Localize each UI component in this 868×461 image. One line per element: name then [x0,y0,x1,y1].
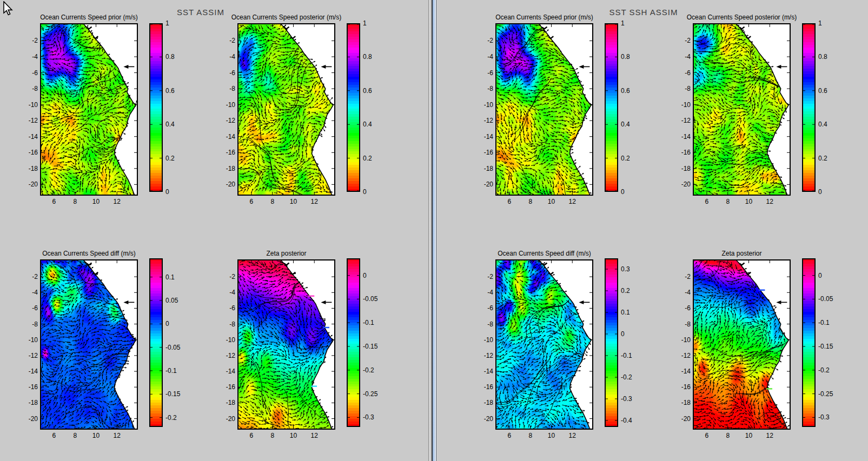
y-tick-label: -8 [217,320,235,328]
colorbar-tick-label: 0.3 [621,265,630,273]
colorbar-tick-label: 0.05 [165,297,178,304]
x-tick-label: 8 [270,198,274,205]
x-tick-label: 12 [569,198,576,205]
subplot-title: Ocean Currents Speed posterior (m/s) [231,14,341,21]
colorbar-tick-label: -0.1 [165,367,177,375]
y-tick-label: -16 [672,149,691,156]
y-tick-label: -10 [217,336,235,344]
y-tick-label: -12 [19,117,38,124]
colorbar-tick-label: -0.15 [363,343,377,350]
x-tick-label: 10 [745,198,752,205]
y-tick-label: -12 [19,352,38,359]
y-tick-label: -2 [19,37,38,44]
x-tick-label: 8 [726,198,730,205]
y-tick-label: -4 [217,53,235,61]
x-tick-label: 12 [311,198,318,205]
colorbar-canvas-zeta [802,258,816,427]
y-tick-label: -2 [217,273,235,280]
y-tick-label: -2 [475,37,493,44]
mouse-cursor-icon [3,1,16,17]
x-tick-label: 6 [508,432,512,439]
y-tick-label: -10 [672,101,691,109]
subplot-title: Ocean Currents Speed prior (m/s) [40,14,138,21]
y-tick-label: -14 [475,133,493,141]
y-tick-label: -12 [475,352,493,359]
colorbar-canvas-prior [605,23,618,192]
x-tick-label: 12 [569,432,576,439]
window-divider[interactable] [428,0,438,461]
y-tick-label: -12 [475,117,493,124]
colorbar-tick-label: 0 [363,272,367,279]
x-tick-label: 10 [548,432,555,439]
x-tick-label: 8 [726,432,730,439]
y-tick-label: -14 [475,368,493,375]
y-tick-label: -18 [217,165,235,172]
x-tick-label: 12 [766,198,773,205]
colorbar-tick-label: 0.8 [621,53,630,61]
colorbar-canvas-prior [149,23,163,192]
x-tick-label: 6 [508,198,512,205]
subplot-title: Ocean Currents Speed prior (m/s) [495,14,593,21]
y-tick-label: -18 [475,399,493,406]
colorbar-tick-label: -0.2 [818,366,830,374]
x-tick-label: 6 [705,198,709,205]
y-tick-label: -6 [672,69,691,77]
y-tick-label: -6 [475,69,493,77]
y-tick-label: -8 [672,320,691,328]
colorbar-tick-label: 0.4 [363,121,372,128]
y-tick-label: -20 [217,415,235,423]
colorbar-tick-label: 0.6 [165,87,175,95]
colorbar-tick-label: 0 [818,188,822,196]
y-tick-label: -10 [475,101,493,109]
y-tick-label: -8 [217,85,235,92]
y-tick-label: -2 [475,273,493,280]
y-tick-label: -12 [217,352,235,359]
colorbar-canvas-posterior [347,23,360,192]
y-tick-label: -6 [19,69,38,77]
figure-title: SST ASSIM [177,8,224,17]
colorbar-tick-label: -0.2 [165,414,177,422]
colorbar-tick-label: 0 [165,188,169,196]
map-canvas-diff [40,259,138,430]
colorbar-tick-label: 0.4 [165,121,175,128]
colorbar-tick-label: 0.4 [818,121,827,128]
colorbar-tick-label: 0.2 [165,155,175,162]
colorbar-tick-label: 0 [165,320,169,328]
y-tick-label: -18 [217,399,235,406]
y-tick-label: -8 [672,85,691,92]
y-tick-label: -10 [217,101,235,109]
colorbar-tick-label: -0.1 [363,319,374,326]
y-tick-label: -10 [475,336,493,344]
y-tick-label: -2 [19,273,38,280]
colorbar-tick-label: 0.1 [165,273,175,281]
x-tick-label: 6 [250,432,254,439]
subplot-title: Zeta posterior [721,250,761,257]
y-tick-label: -14 [19,133,38,141]
y-tick-label: -14 [672,133,691,141]
map-canvas-prior [495,23,593,196]
y-tick-label: -4 [672,289,691,296]
y-tick-label: -16 [672,383,691,391]
x-tick-label: 10 [92,198,100,205]
y-tick-label: -8 [19,85,38,92]
y-tick-label: -10 [19,336,38,344]
x-tick-label: 10 [290,198,297,205]
y-tick-label: -16 [475,149,493,156]
y-tick-label: -16 [19,383,38,391]
y-tick-label: -20 [672,415,691,423]
y-tick-label: -18 [475,165,493,172]
y-tick-label: -16 [19,149,38,156]
x-tick-label: 12 [311,432,318,439]
colorbar-tick-label: 0 [621,330,625,338]
subplot-title: Ocean Currents Speed diff (m/s) [498,250,591,257]
figure-window-sst-ssh-assim: SST SSH ASSIMOcean Currents Speed prior … [438,0,868,461]
y-tick-label: -12 [672,352,691,359]
y-tick-label: -20 [475,415,493,423]
colorbar-tick-label: -0.1 [818,319,830,326]
y-tick-label: -6 [672,304,691,312]
y-tick-label: -18 [19,165,38,172]
y-tick-label: -2 [672,37,691,44]
y-tick-label: -10 [672,336,691,344]
y-tick-label: -8 [19,320,38,328]
map-canvas-posterior [693,23,791,196]
